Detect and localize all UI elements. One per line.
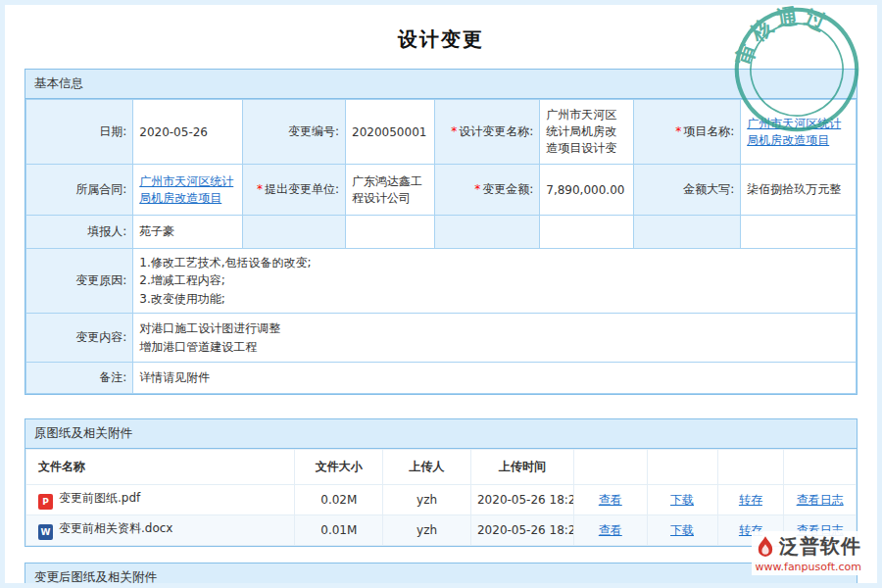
file-icon-glyph: P — [42, 497, 49, 507]
transfer-link[interactable]: 转存 — [739, 493, 762, 507]
table-row: 变更内容: 对港口施工设计图进行调整 增加港口管道建设工程 — [26, 314, 857, 363]
attachments-table: 文件名称 文件大小 上传人 上传时间 P变更前图纸.pdf 0.02M yzh — [25, 449, 857, 546]
field-value-change-no: 2020050001 — [346, 100, 435, 165]
fanpu-flame-icon — [757, 536, 774, 558]
table-row: 备注: 详情请见附件 — [26, 363, 857, 394]
field-label-text: 备注: — [99, 370, 126, 384]
field-label-change-name: *设计变更名称: — [434, 100, 540, 165]
actions-column-header — [574, 450, 648, 485]
field-label-reporter: 填报人: — [26, 216, 133, 249]
field-label-text: 日期: — [99, 124, 126, 138]
basic-info-section-header: 基本信息 — [25, 70, 857, 99]
column-header-uploader: 上传人 — [383, 450, 471, 485]
page-title: 设计变更 — [5, 5, 877, 69]
file-name: 变更前相关资料.docx — [59, 521, 172, 535]
column-header-file-name: 文件名称 — [26, 450, 295, 485]
required-marker: * — [675, 124, 681, 138]
column-header-upload-time: 上传时间 — [470, 450, 573, 485]
action-cell: 转存 — [717, 485, 784, 515]
table-row: 所属合同: 广州市天河区统计局机房改造项目 *提出变更单位: 广东鸿达鑫工程设计… — [26, 165, 857, 216]
field-label-change-no: 变更编号: — [243, 100, 346, 165]
field-label-text: 变更内容: — [75, 330, 126, 344]
word-icon: W — [38, 524, 53, 540]
field-label-text: 所属合同: — [75, 182, 126, 196]
basic-info-table: 日期: 2020-05-26 变更编号: 2020050001 *设计变更名称:… — [25, 99, 857, 394]
file-row: P变更前图纸.pdf 0.02M yzh 2020-05-26 18:28 查看… — [26, 485, 857, 515]
field-value-amount: 7,890,000.00 — [540, 165, 634, 216]
empty-value-cell — [540, 216, 634, 249]
field-label-project-name: *项目名称: — [633, 100, 740, 165]
view-link[interactable]: 查看 — [599, 523, 622, 537]
file-size: 0.02M — [295, 485, 383, 515]
empty-label-cell — [434, 216, 540, 249]
field-label-unit: *提出变更单位: — [243, 165, 346, 216]
empty-label-cell — [633, 216, 740, 249]
field-value-project-name: 广州市天河区统计局机房改造项目 — [741, 100, 857, 165]
table-header-row: 文件名称 文件大小 上传人 上传时间 — [26, 450, 857, 485]
page: 设计变更 审核通过 基本信息 日期: 2020-05-26 变更编号: 2020… — [0, 0, 882, 588]
pdf-icon: P — [38, 494, 53, 510]
field-value-contract: 广州市天河区统计局机房改造项目 — [133, 165, 243, 216]
file-size: 0.01M — [295, 515, 383, 546]
field-label-text: 设计变更名称: — [459, 124, 533, 138]
file-upload-time: 2020-05-26 18:28 — [470, 515, 573, 546]
required-marker: * — [257, 182, 263, 196]
action-cell: 查看 — [574, 485, 648, 515]
project-name-link[interactable]: 广州市天河区统计局机房改造项目 — [747, 117, 841, 147]
field-value-reason: 1.修改工艺技术,包括设备的改变; 2.增减工程内容; 3.改变使用功能; — [133, 249, 857, 314]
file-name-cell: P变更前图纸.pdf — [26, 485, 295, 515]
download-link[interactable]: 下载 — [670, 523, 694, 537]
field-label-text: 变更金额: — [482, 182, 533, 196]
after-attachments-section-header: 变更后图纸及相关附件 — [25, 564, 857, 588]
contract-link[interactable]: 广州市天河区统计局机房改造项目 — [139, 174, 233, 205]
column-header-file-size: 文件大小 — [295, 450, 383, 485]
action-cell: 下载 — [647, 515, 717, 546]
field-value-reporter: 苑子豪 — [133, 216, 243, 249]
file-name: 变更前图纸.pdf — [59, 491, 140, 505]
field-label-reason: 变更原因: — [26, 249, 133, 314]
field-value-change-name: 广州市天河区统计局机房改造项目设计变 — [540, 100, 634, 165]
field-value-content: 对港口施工设计图进行调整 增加港口管道建设工程 — [133, 314, 857, 363]
action-cell: 查看日志 — [784, 485, 857, 515]
file-row: W变更前相关资料.docx 0.01M yzh 2020-05-26 18:28… — [26, 515, 857, 546]
file-icon-glyph: W — [41, 527, 51, 537]
field-label-text: 变更原因: — [75, 273, 126, 287]
basic-info-panel: 基本信息 日期: 2020-05-26 变更编号: 2020050001 *设计… — [24, 69, 858, 395]
fanpu-logo: 泛普软件 www.fanpusoft.com — [752, 531, 865, 575]
field-value-amount-caps: 柒佰捌拾玖万元整 — [741, 165, 857, 216]
empty-value-cell — [346, 216, 435, 249]
field-label-text: 变更编号: — [288, 124, 339, 138]
after-attachments-panel: 变更后图纸及相关附件 — [24, 563, 858, 588]
field-label-text: 填报人: — [87, 224, 126, 238]
original-attachments-panel: 原图纸及相关附件 文件名称 文件大小 上传人 上传时间 — [24, 418, 858, 547]
brand-url: www.fanpusoft.com — [756, 561, 861, 573]
field-label-amount: *变更金额: — [434, 165, 540, 216]
field-label-amount-caps: 金额大写: — [633, 165, 740, 216]
file-upload-time: 2020-05-26 18:28 — [470, 485, 573, 515]
view-link[interactable]: 查看 — [599, 493, 622, 507]
empty-label-cell — [243, 216, 346, 249]
actions-column-header — [647, 450, 717, 485]
field-value-unit: 广东鸿达鑫工程设计公司 — [346, 165, 435, 216]
table-row: 日期: 2020-05-26 变更编号: 2020050001 *设计变更名称:… — [26, 100, 857, 165]
view-log-link[interactable]: 查看日志 — [797, 493, 844, 507]
required-marker: * — [451, 124, 457, 138]
table-row: 填报人: 苑子豪 — [26, 216, 857, 249]
actions-column-header — [717, 450, 784, 485]
required-marker: * — [474, 182, 480, 196]
original-attachments-section-header: 原图纸及相关附件 — [25, 419, 857, 449]
download-link[interactable]: 下载 — [670, 493, 694, 507]
field-label-content: 变更内容: — [26, 314, 133, 363]
field-label-date: 日期: — [26, 100, 133, 165]
file-name-cell: W变更前相关资料.docx — [26, 515, 295, 546]
action-cell: 查看 — [574, 515, 648, 546]
brand-name: 泛普软件 — [779, 533, 861, 560]
actions-column-header — [784, 450, 857, 485]
field-label-remark: 备注: — [26, 363, 133, 394]
file-uploader: yzh — [383, 515, 471, 546]
field-label-text: 提出变更单位: — [265, 182, 339, 196]
field-label-text: 金额大写: — [683, 182, 734, 196]
action-cell: 下载 — [647, 485, 717, 515]
field-label-text: 项目名称: — [683, 124, 734, 138]
field-value-date: 2020-05-26 — [133, 100, 243, 165]
